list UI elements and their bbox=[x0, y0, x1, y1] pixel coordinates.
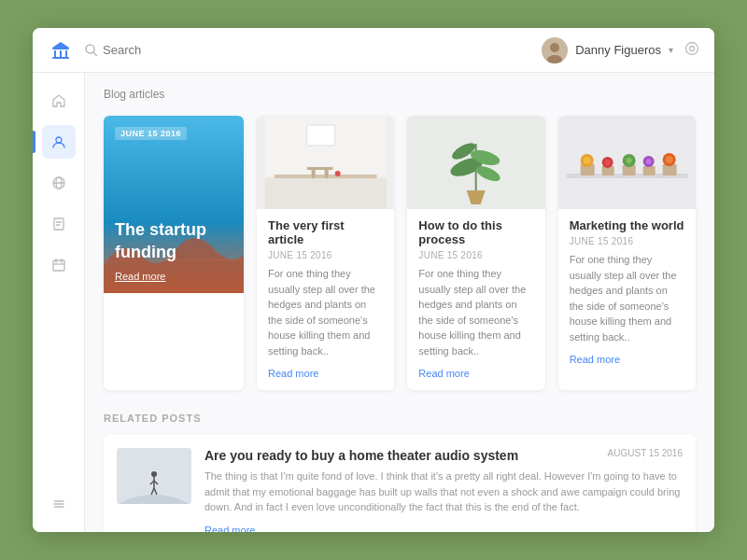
svg-rect-36 bbox=[265, 178, 387, 209]
related-post-date-1: AUGUST 15 2016 bbox=[608, 448, 683, 458]
article-title-1: The very first article bbox=[268, 218, 383, 246]
user-name-label: Danny Figueros bbox=[575, 43, 661, 57]
article-excerpt-3: For one thing they usually step all over… bbox=[570, 252, 684, 344]
sidebar-item-menu[interactable] bbox=[42, 487, 76, 521]
article-excerpt-2: For one thing they usually step all over… bbox=[418, 266, 533, 358]
card-body-1: The very first article JUNE 15 2016 For … bbox=[257, 209, 394, 390]
header-right: Danny Figueros ▾ bbox=[542, 37, 699, 63]
page-title: Blog articles bbox=[104, 88, 696, 101]
svg-rect-54 bbox=[642, 166, 655, 175]
article-card-1[interactable]: The very first article JUNE 15 2016 For … bbox=[257, 116, 394, 390]
svg-point-50 bbox=[604, 160, 610, 165]
svg-rect-4 bbox=[52, 57, 69, 59]
related-content-1: Are you ready to buy a home theater audi… bbox=[204, 448, 683, 532]
article-card-2[interactable]: How to do this process JUNE 15 2016 For … bbox=[407, 116, 544, 390]
svg-point-63 bbox=[151, 471, 157, 477]
related-image-1 bbox=[117, 448, 191, 504]
main-layout: Blog articles JUNE 15 2016 The startup f… bbox=[33, 73, 714, 532]
app-container: Danny Figueros ▾ bbox=[33, 28, 714, 532]
svg-rect-20 bbox=[53, 260, 64, 271]
sidebar-item-calendar[interactable] bbox=[42, 248, 76, 282]
desk-illustration bbox=[257, 116, 394, 209]
svg-rect-17 bbox=[54, 218, 63, 230]
svg-rect-1 bbox=[54, 50, 56, 57]
svg-rect-2 bbox=[60, 50, 62, 57]
svg-line-7 bbox=[93, 52, 97, 56]
sidebar-item-documents[interactable] bbox=[42, 207, 76, 241]
svg-rect-0 bbox=[52, 48, 69, 49]
card-body-2: How to do this process JUNE 15 2016 For … bbox=[407, 209, 544, 390]
svg-rect-33 bbox=[312, 170, 316, 179]
featured-readmore[interactable]: Read more bbox=[115, 271, 233, 282]
sidebar-item-globe[interactable] bbox=[42, 166, 76, 200]
article-title-3: Marketing the world bbox=[570, 218, 684, 232]
svg-rect-32 bbox=[307, 167, 333, 170]
svg-marker-5 bbox=[52, 42, 69, 48]
svg-point-53 bbox=[626, 158, 631, 163]
svg-point-12 bbox=[690, 47, 695, 51]
main-content: Blog articles JUNE 15 2016 The startup f… bbox=[85, 73, 714, 532]
related-post-excerpt-1: The thing is that I'm quite fond of love… bbox=[204, 469, 683, 515]
article-title-2: How to do this process bbox=[418, 218, 533, 246]
article-image-2 bbox=[407, 116, 544, 209]
svg-point-11 bbox=[686, 43, 698, 55]
header: Danny Figueros ▾ bbox=[33, 28, 714, 73]
svg-point-9 bbox=[550, 43, 559, 52]
related-title-row-1: Are you ready to buy a home theater audi… bbox=[204, 448, 683, 463]
svg-rect-34 bbox=[325, 170, 329, 179]
user-info[interactable]: Danny Figueros ▾ bbox=[542, 37, 673, 63]
sidebar-item-profile[interactable] bbox=[42, 125, 76, 159]
article-image-3 bbox=[558, 116, 696, 209]
svg-point-56 bbox=[645, 159, 651, 164]
articles-grid: JUNE 15 2016 The startup funding Read mo… bbox=[104, 116, 696, 390]
read-more-3[interactable]: Read more bbox=[570, 354, 620, 365]
article-excerpt-1: For one thing they usually step all over… bbox=[268, 266, 383, 358]
featured-article-card[interactable]: JUNE 15 2016 The startup funding Read mo… bbox=[104, 116, 244, 390]
search-icon bbox=[85, 44, 97, 56]
related-post-title-1: Are you ready to buy a home theater audi… bbox=[204, 448, 599, 463]
plant-illustration bbox=[407, 116, 544, 209]
article-image-1 bbox=[257, 116, 394, 209]
article-date-3: JUNE 15 2016 bbox=[570, 236, 684, 246]
related-post-1[interactable]: Are you ready to buy a home theater audi… bbox=[104, 435, 696, 532]
search-bar[interactable] bbox=[85, 43, 530, 57]
article-date-2: JUNE 15 2016 bbox=[418, 250, 533, 260]
flowers-illustration bbox=[558, 116, 696, 209]
settings-icon[interactable] bbox=[684, 41, 699, 59]
svg-rect-3 bbox=[65, 50, 67, 57]
related-section-title: RELATED POSTS bbox=[104, 413, 696, 424]
read-more-1[interactable]: Read more bbox=[268, 368, 318, 379]
read-more-2[interactable]: Read more bbox=[418, 368, 469, 379]
chevron-down-icon: ▾ bbox=[669, 45, 673, 55]
featured-title: The startup funding bbox=[115, 219, 233, 263]
featured-image: JUNE 15 2016 The startup funding Read mo… bbox=[104, 116, 244, 293]
sidebar-item-home[interactable] bbox=[42, 84, 76, 118]
related-section: RELATED POSTS bbox=[104, 413, 696, 532]
related-read-more-1[interactable]: Read more bbox=[204, 525, 255, 533]
article-date-1: JUNE 15 2016 bbox=[268, 250, 383, 260]
sidebar bbox=[33, 73, 85, 532]
card-body-3: Marketing the world JUNE 15 2016 For one… bbox=[558, 209, 696, 376]
svg-point-59 bbox=[665, 156, 672, 163]
svg-point-13 bbox=[56, 137, 62, 143]
avatar bbox=[542, 37, 568, 63]
svg-rect-30 bbox=[307, 125, 335, 146]
svg-point-47 bbox=[583, 157, 590, 164]
featured-date: JUNE 15 2016 bbox=[115, 127, 187, 140]
search-input[interactable] bbox=[103, 43, 289, 57]
logo-icon bbox=[48, 37, 74, 63]
svg-point-35 bbox=[335, 171, 341, 176]
related-thumb-1 bbox=[117, 448, 191, 504]
article-card-3[interactable]: Marketing the world JUNE 15 2016 For one… bbox=[558, 116, 696, 390]
